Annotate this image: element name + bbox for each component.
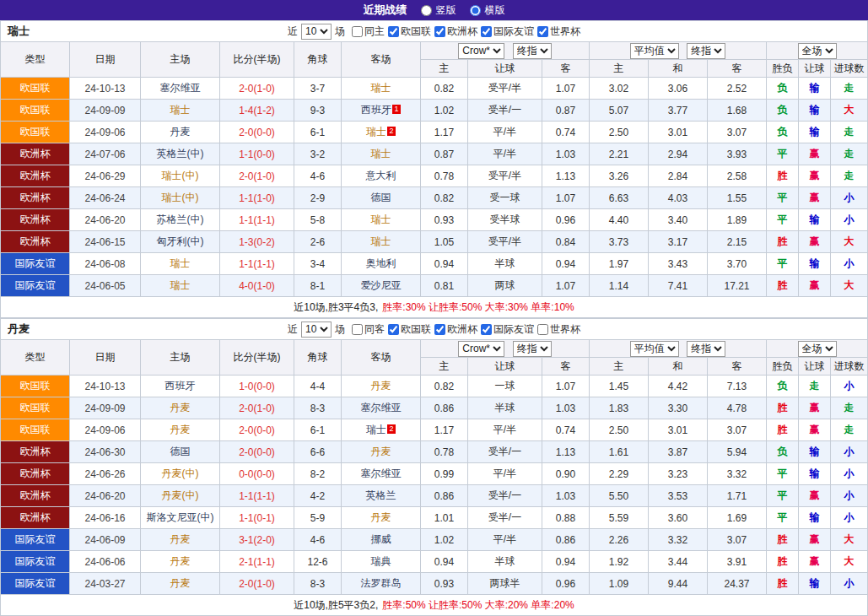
- filter-option-欧洲杯[interactable]: 欧洲杯: [434, 24, 477, 39]
- match-score[interactable]: 2-0(0-0): [220, 419, 294, 441]
- home-team-name[interactable]: 丹麦: [170, 577, 191, 589]
- scope-select[interactable]: 全场: [798, 341, 837, 357]
- match-score[interactable]: 2-0(0-0): [220, 441, 294, 463]
- final-odds-select-2[interactable]: 终指: [687, 341, 725, 357]
- final-odds-select-2[interactable]: 终指: [687, 43, 725, 59]
- average-select[interactable]: 平均值: [630, 43, 679, 59]
- filter-option-国际友谊[interactable]: 国际友谊: [481, 322, 534, 337]
- home-team-name[interactable]: 西班牙: [165, 380, 196, 392]
- match-score[interactable]: 1-0(0-0): [220, 376, 294, 397]
- match-score[interactable]: 2-1(1-1): [220, 551, 294, 573]
- handicap-home-odds: 0.94: [421, 253, 468, 275]
- away-team-name[interactable]: 奥地利: [366, 257, 396, 269]
- away-team-name[interactable]: 意大利: [366, 170, 396, 181]
- filter-option-国际友谊[interactable]: 国际友谊: [481, 24, 534, 39]
- away-team-name[interactable]: 塞尔维亚: [361, 402, 402, 413]
- filter-checkbox[interactable]: [434, 324, 445, 335]
- home-team-name[interactable]: 丹麦: [170, 402, 191, 413]
- away-team-name[interactable]: 瑞典: [371, 555, 391, 567]
- away-team-name[interactable]: 挪威: [371, 533, 391, 545]
- scope-select[interactable]: 全场: [798, 43, 837, 59]
- filter-option-同客[interactable]: 同客: [352, 322, 385, 337]
- match-score[interactable]: 1-1(0-1): [220, 507, 294, 529]
- filter-checkbox[interactable]: [434, 26, 445, 37]
- layout-radio-horizontal[interactable]: 横版: [470, 3, 505, 18]
- match-score[interactable]: 1-1(1-0): [220, 187, 294, 209]
- match-score[interactable]: 2-0(1-0): [220, 573, 294, 595]
- horizontal-radio[interactable]: [470, 5, 481, 16]
- filter-checkbox[interactable]: [352, 324, 363, 335]
- home-team-name[interactable]: 匈牙利(中): [157, 235, 204, 247]
- away-team-name[interactable]: 法罗群岛: [361, 577, 402, 589]
- filter-option-同主[interactable]: 同主: [352, 24, 385, 39]
- filter-option-欧国联[interactable]: 欧国联: [388, 322, 431, 337]
- home-team-name[interactable]: 丹麦: [170, 424, 191, 435]
- away-team-name[interactable]: 瑞士: [366, 424, 386, 435]
- vertical-radio[interactable]: [421, 5, 432, 16]
- final-odds-select[interactable]: 终指: [513, 43, 552, 59]
- home-team-name[interactable]: 丹麦: [170, 533, 191, 545]
- away-team-name[interactable]: 西班牙: [361, 104, 391, 116]
- filter-option-世界杯[interactable]: 世界杯: [537, 322, 580, 337]
- layout-radio-vertical[interactable]: 竖版: [421, 3, 456, 18]
- match-score[interactable]: 2-0(1-0): [220, 78, 294, 100]
- away-team-name[interactable]: 瑞士: [371, 235, 391, 247]
- filter-checkbox[interactable]: [388, 26, 399, 37]
- home-team-name[interactable]: 瑞士: [170, 257, 191, 269]
- match-score[interactable]: 1-4(1-2): [220, 100, 294, 122]
- home-team-name[interactable]: 瑞士: [170, 279, 191, 291]
- match-score[interactable]: 2-0(1-0): [220, 165, 294, 187]
- home-team-name[interactable]: 斯洛文尼亚(中): [147, 511, 214, 523]
- match-row: 欧国联24-10-13西班牙1-0(0-0)4-4丹麦0.82一球1.071.4…: [1, 376, 868, 397]
- home-team-name[interactable]: 丹麦(中): [162, 489, 199, 501]
- avg-away-odds: 3.07: [708, 419, 767, 441]
- match-score[interactable]: 1-1(1-1): [220, 209, 294, 231]
- away-team-name[interactable]: 瑞士: [371, 213, 391, 225]
- filter-option-欧国联[interactable]: 欧国联: [388, 24, 431, 39]
- away-team-name[interactable]: 瑞士: [371, 148, 391, 159]
- home-team-name[interactable]: 塞尔维亚: [160, 82, 201, 94]
- away-team-name[interactable]: 丹麦: [371, 446, 391, 457]
- home-team-name[interactable]: 丹麦: [170, 126, 191, 138]
- home-team-name[interactable]: 德国: [170, 446, 191, 457]
- home-team-name[interactable]: 英格兰(中): [157, 148, 204, 159]
- match-count-select[interactable]: 10: [301, 24, 332, 40]
- away-team-name[interactable]: 塞尔维亚: [361, 467, 402, 479]
- match-score[interactable]: 0-0(0-0): [220, 463, 294, 485]
- bookmaker-select[interactable]: Crow*: [458, 43, 504, 59]
- match-score[interactable]: 1-1(1-1): [220, 253, 294, 275]
- filter-option-欧洲杯[interactable]: 欧洲杯: [434, 322, 477, 337]
- match-score[interactable]: 4-0(1-0): [220, 275, 294, 297]
- filter-checkbox[interactable]: [481, 324, 492, 335]
- bookmaker-select[interactable]: Crow*: [458, 341, 504, 357]
- away-team-name[interactable]: 丹麦: [371, 380, 391, 392]
- home-team-name[interactable]: 瑞士: [170, 104, 191, 116]
- final-odds-select[interactable]: 终指: [513, 341, 552, 357]
- filter-option-世界杯[interactable]: 世界杯: [537, 24, 580, 39]
- away-team-name[interactable]: 德国: [371, 192, 391, 203]
- filter-checkbox[interactable]: [388, 324, 399, 335]
- home-team-name[interactable]: 瑞士(中): [162, 170, 199, 181]
- match-score[interactable]: 1-1(1-1): [220, 485, 294, 507]
- match-count-select[interactable]: 10: [301, 322, 332, 338]
- away-team-name[interactable]: 瑞士: [371, 82, 391, 94]
- match-score[interactable]: 1-3(0-2): [220, 231, 294, 253]
- match-score[interactable]: 2-0(1-0): [220, 397, 294, 419]
- away-team-name[interactable]: 瑞士: [366, 126, 386, 138]
- home-team-name[interactable]: 瑞士(中): [162, 192, 199, 203]
- filter-checkbox[interactable]: [537, 324, 548, 335]
- away-team-name[interactable]: 爱沙尼亚: [361, 279, 402, 291]
- home-team-name[interactable]: 丹麦: [170, 555, 191, 567]
- away-team-name[interactable]: 丹麦: [371, 511, 391, 523]
- match-score[interactable]: 2-0(0-0): [220, 122, 294, 143]
- away-team-name[interactable]: 英格兰: [366, 489, 396, 501]
- average-select[interactable]: 平均值: [630, 341, 679, 357]
- filter-checkbox[interactable]: [481, 26, 492, 37]
- match-score[interactable]: 1-1(0-0): [220, 143, 294, 165]
- match-score[interactable]: 3-1(2-0): [220, 529, 294, 551]
- subcol-goals-result: 进球数: [831, 60, 868, 78]
- home-team-name[interactable]: 苏格兰(中): [157, 213, 204, 225]
- filter-checkbox[interactable]: [352, 26, 363, 37]
- filter-checkbox[interactable]: [537, 26, 548, 37]
- home-team-name[interactable]: 丹麦(中): [162, 467, 199, 479]
